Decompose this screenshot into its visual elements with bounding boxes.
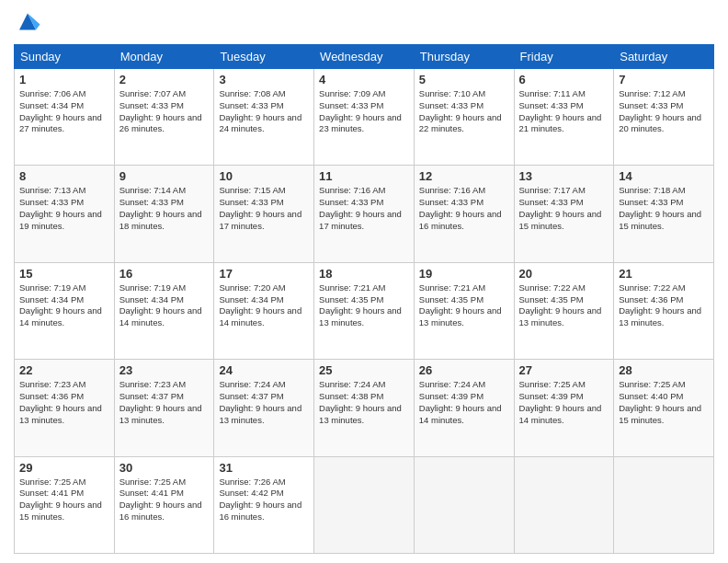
day-number: 5 [419,73,509,86]
weekday-header: Tuesday [214,45,314,69]
day-number: 8 [19,169,109,183]
day-info: Sunrise: 7:25 AMSunset: 4:41 PMDaylight:… [19,477,109,523]
day-number: 14 [619,169,709,183]
day-number: 30 [119,461,210,475]
calendar-cell: 9Sunrise: 7:14 AMSunset: 4:33 PMDaylight… [114,166,214,262]
calendar-cell: 7Sunrise: 7:12 AMSunset: 4:33 PMDaylight… [614,69,714,166]
calendar-cell [414,456,514,553]
calendar-cell: 23Sunrise: 7:23 AMSunset: 4:37 PMDayligh… [114,360,214,456]
day-number: 7 [619,73,709,86]
day-number: 1 [19,73,109,86]
day-info: Sunrise: 7:24 AMSunset: 4:38 PMDaylight:… [319,379,409,426]
day-number: 27 [519,363,609,377]
day-number: 24 [219,363,309,377]
day-info: Sunrise: 7:22 AMSunset: 4:36 PMDaylight:… [619,282,709,329]
day-number: 16 [119,267,210,281]
day-info: Sunrise: 7:08 AMSunset: 4:33 PMDaylight:… [219,88,309,135]
day-number: 6 [519,73,609,86]
day-number: 11 [319,169,409,183]
day-number: 25 [319,363,409,377]
day-number: 31 [219,461,309,475]
day-info: Sunrise: 7:25 AMSunset: 4:39 PMDaylight:… [519,379,609,426]
day-info: Sunrise: 7:18 AMSunset: 4:33 PMDaylight:… [619,185,709,232]
calendar-cell: 8Sunrise: 7:13 AMSunset: 4:33 PMDaylight… [15,166,115,262]
calendar-cell: 25Sunrise: 7:24 AMSunset: 4:38 PMDayligh… [314,360,415,456]
calendar-cell: 30Sunrise: 7:25 AMSunset: 4:41 PMDayligh… [114,456,214,553]
day-info: Sunrise: 7:11 AMSunset: 4:33 PMDaylight:… [519,88,609,135]
calendar-cell: 5Sunrise: 7:10 AMSunset: 4:33 PMDaylight… [414,69,514,166]
calendar-cell [314,456,415,553]
day-info: Sunrise: 7:12 AMSunset: 4:33 PMDaylight:… [619,88,709,135]
day-info: Sunrise: 7:17 AMSunset: 4:33 PMDaylight:… [519,185,609,232]
day-info: Sunrise: 7:20 AMSunset: 4:34 PMDaylight:… [219,282,309,329]
calendar-cell: 24Sunrise: 7:24 AMSunset: 4:37 PMDayligh… [214,360,314,456]
day-info: Sunrise: 7:21 AMSunset: 4:35 PMDaylight:… [319,282,409,329]
day-info: Sunrise: 7:06 AMSunset: 4:34 PMDaylight:… [19,88,109,135]
day-number: 29 [19,461,109,475]
day-number: 17 [219,267,309,281]
day-number: 3 [219,73,309,86]
calendar-week-row: 22Sunrise: 7:23 AMSunset: 4:36 PMDayligh… [15,360,714,456]
calendar-cell: 26Sunrise: 7:24 AMSunset: 4:39 PMDayligh… [414,360,514,456]
day-number: 2 [119,73,210,86]
day-number: 20 [519,267,609,281]
day-info: Sunrise: 7:23 AMSunset: 4:36 PMDaylight:… [19,379,109,426]
calendar-cell: 17Sunrise: 7:20 AMSunset: 4:34 PMDayligh… [214,262,314,359]
day-info: Sunrise: 7:10 AMSunset: 4:33 PMDaylight:… [419,88,509,135]
day-info: Sunrise: 7:13 AMSunset: 4:33 PMDaylight:… [19,185,109,232]
weekday-header: Friday [514,45,614,69]
calendar-week-row: 1Sunrise: 7:06 AMSunset: 4:34 PMDaylight… [15,69,714,166]
day-number: 18 [319,267,409,281]
day-info: Sunrise: 7:23 AMSunset: 4:37 PMDaylight:… [119,379,210,426]
calendar-week-row: 15Sunrise: 7:19 AMSunset: 4:34 PMDayligh… [15,262,714,359]
day-info: Sunrise: 7:24 AMSunset: 4:39 PMDaylight:… [419,379,509,426]
calendar-cell: 11Sunrise: 7:16 AMSunset: 4:33 PMDayligh… [314,166,415,262]
logo-icon [14,9,41,37]
calendar-cell: 1Sunrise: 7:06 AMSunset: 4:34 PMDaylight… [15,69,115,166]
day-info: Sunrise: 7:16 AMSunset: 4:33 PMDaylight:… [419,185,509,232]
calendar-cell: 13Sunrise: 7:17 AMSunset: 4:33 PMDayligh… [514,166,614,262]
calendar-cell: 14Sunrise: 7:18 AMSunset: 4:33 PMDayligh… [614,166,714,262]
calendar-week-row: 29Sunrise: 7:25 AMSunset: 4:41 PMDayligh… [15,456,714,553]
day-info: Sunrise: 7:25 AMSunset: 4:40 PMDaylight:… [619,379,709,426]
calendar-table: SundayMondayTuesdayWednesdayThursdayFrid… [14,44,714,554]
weekday-header: Monday [114,45,214,69]
calendar-cell: 18Sunrise: 7:21 AMSunset: 4:35 PMDayligh… [314,262,415,359]
day-number: 23 [119,363,210,377]
calendar-cell: 21Sunrise: 7:22 AMSunset: 4:36 PMDayligh… [614,262,714,359]
day-info: Sunrise: 7:26 AMSunset: 4:42 PMDaylight:… [219,477,309,523]
day-info: Sunrise: 7:15 AMSunset: 4:33 PMDaylight:… [219,185,309,232]
day-info: Sunrise: 7:19 AMSunset: 4:34 PMDaylight:… [19,282,109,329]
day-number: 26 [419,363,509,377]
calendar-cell: 16Sunrise: 7:19 AMSunset: 4:34 PMDayligh… [114,262,214,359]
day-number: 28 [619,363,709,377]
day-info: Sunrise: 7:14 AMSunset: 4:33 PMDaylight:… [119,185,210,232]
day-number: 10 [219,169,309,183]
day-number: 21 [619,267,709,281]
day-info: Sunrise: 7:09 AMSunset: 4:33 PMDaylight:… [319,88,409,135]
day-number: 9 [119,169,210,183]
calendar-cell: 28Sunrise: 7:25 AMSunset: 4:40 PMDayligh… [614,360,714,456]
calendar-cell: 29Sunrise: 7:25 AMSunset: 4:41 PMDayligh… [15,456,115,553]
day-info: Sunrise: 7:24 AMSunset: 4:37 PMDaylight:… [219,379,309,426]
day-number: 4 [319,73,409,86]
logo [14,9,45,37]
calendar-cell [614,456,714,553]
calendar-cell: 10Sunrise: 7:15 AMSunset: 4:33 PMDayligh… [214,166,314,262]
day-number: 22 [19,363,109,377]
calendar-cell: 4Sunrise: 7:09 AMSunset: 4:33 PMDaylight… [314,69,415,166]
calendar-cell: 22Sunrise: 7:23 AMSunset: 4:36 PMDayligh… [15,360,115,456]
calendar-week-row: 8Sunrise: 7:13 AMSunset: 4:33 PMDaylight… [15,166,714,262]
page: SundayMondayTuesdayWednesdayThursdayFrid… [0,0,728,563]
day-number: 12 [419,169,509,183]
weekday-header-row: SundayMondayTuesdayWednesdayThursdayFrid… [15,45,714,69]
day-info: Sunrise: 7:19 AMSunset: 4:34 PMDaylight:… [119,282,210,329]
day-info: Sunrise: 7:22 AMSunset: 4:35 PMDaylight:… [519,282,609,329]
calendar-cell: 19Sunrise: 7:21 AMSunset: 4:35 PMDayligh… [414,262,514,359]
calendar-cell: 31Sunrise: 7:26 AMSunset: 4:42 PMDayligh… [214,456,314,553]
day-info: Sunrise: 7:16 AMSunset: 4:33 PMDaylight:… [319,185,409,232]
day-number: 13 [519,169,609,183]
weekday-header: Sunday [15,45,115,69]
calendar-cell [514,456,614,553]
calendar-cell: 3Sunrise: 7:08 AMSunset: 4:33 PMDaylight… [214,69,314,166]
